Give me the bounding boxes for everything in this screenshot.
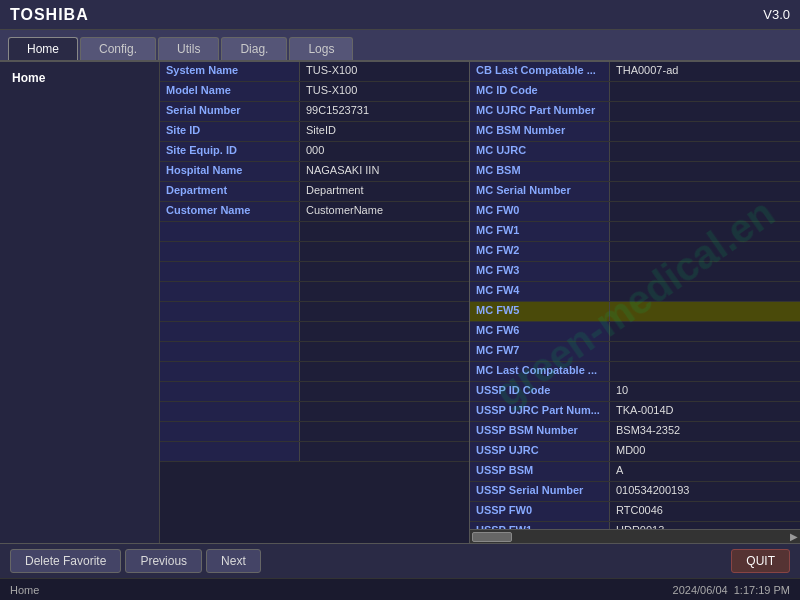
- row-value: [300, 322, 469, 341]
- row-value: [610, 82, 800, 101]
- tab-utils[interactable]: Utils: [158, 37, 219, 60]
- content-area: System Name TUS-X100 Model Name TUS-X100…: [160, 62, 800, 543]
- table-row: USSP ID Code 10: [470, 382, 800, 402]
- row-label: MC FW4: [470, 282, 610, 301]
- tab-diag[interactable]: Diag.: [221, 37, 287, 60]
- row-value: [300, 362, 469, 381]
- table-row: [160, 422, 469, 442]
- row-value: [300, 282, 469, 301]
- table-row: MC FW2: [470, 242, 800, 262]
- row-value: UDR0013: [610, 522, 800, 529]
- row-value: [610, 102, 800, 121]
- table-row: Department Department: [160, 182, 469, 202]
- table-row: [160, 282, 469, 302]
- row-value: SiteID: [300, 122, 469, 141]
- table-row: [160, 442, 469, 462]
- main-content: Home System Name TUS-X100 Model Name TUS…: [0, 62, 800, 543]
- row-label: USSP UJRC Part Num...: [470, 402, 610, 421]
- row-value: [610, 262, 800, 281]
- row-value: TKA-0014D: [610, 402, 800, 421]
- table-row: USSP FW1 UDR0013: [470, 522, 800, 529]
- left-info-table: System Name TUS-X100 Model Name TUS-X100…: [160, 62, 470, 543]
- row-label: Customer Name: [160, 202, 300, 221]
- row-value: [610, 222, 800, 241]
- row-value: [610, 282, 800, 301]
- horizontal-scrollbar[interactable]: ▶: [470, 529, 800, 543]
- row-label: MC FW6: [470, 322, 610, 341]
- row-value: [610, 122, 800, 141]
- table-row: MC FW3: [470, 262, 800, 282]
- row-label: MC UJRC Part Number: [470, 102, 610, 121]
- row-value: [300, 442, 469, 461]
- row-value: RTC0046: [610, 502, 800, 521]
- row-label: [160, 342, 300, 361]
- row-value: NAGASAKI IIN: [300, 162, 469, 181]
- table-row: System Name TUS-X100: [160, 62, 469, 82]
- row-label: Model Name: [160, 82, 300, 101]
- row-label: [160, 222, 300, 241]
- row-value: [300, 302, 469, 321]
- row-value: TUS-X100: [300, 82, 469, 101]
- table-row: MC FW5: [470, 302, 800, 322]
- tab-config[interactable]: Config.: [80, 37, 156, 60]
- quit-button[interactable]: QUIT: [731, 549, 790, 573]
- row-label: USSP BSM: [470, 462, 610, 481]
- row-value: TUS-X100: [300, 62, 469, 81]
- table-row: Customer Name CustomerName: [160, 202, 469, 222]
- row-label: [160, 302, 300, 321]
- sidebar-item-home[interactable]: Home: [4, 68, 155, 88]
- table-row: MC Serial Number: [470, 182, 800, 202]
- table-row: [160, 222, 469, 242]
- row-label: USSP BSM Number: [470, 422, 610, 441]
- next-button[interactable]: Next: [206, 549, 261, 573]
- row-label: MC FW5: [470, 302, 610, 321]
- row-label: [160, 402, 300, 421]
- status-datetime: 2024/06/04 1:17:19 PM: [673, 584, 790, 596]
- h-scroll-thumb[interactable]: [472, 532, 512, 542]
- row-label: MC BSM Number: [470, 122, 610, 141]
- table-row: CB Last Compatable ... THA0007-ad: [470, 62, 800, 82]
- tab-home[interactable]: Home: [8, 37, 78, 60]
- brand-logo: TOSHIBA: [10, 6, 89, 24]
- row-label: USSP Serial Number: [470, 482, 610, 501]
- sidebar: Home: [0, 62, 160, 543]
- table-row: MC BSM Number: [470, 122, 800, 142]
- right-info-table[interactable]: CB Last Compatable ... THA0007-ad MC ID …: [470, 62, 800, 529]
- table-row: MC FW0: [470, 202, 800, 222]
- table-row: Hospital Name NAGASAKI IIN: [160, 162, 469, 182]
- row-value: [300, 402, 469, 421]
- row-value: 99C1523731: [300, 102, 469, 121]
- row-label: USSP FW1: [470, 522, 610, 529]
- row-label: MC BSM: [470, 162, 610, 181]
- previous-button[interactable]: Previous: [125, 549, 202, 573]
- delete-favorite-button[interactable]: Delete Favorite: [10, 549, 121, 573]
- table-row: MC Last Compatable ...: [470, 362, 800, 382]
- row-label: MC Last Compatable ...: [470, 362, 610, 381]
- row-label: MC FW7: [470, 342, 610, 361]
- row-value: MD00: [610, 442, 800, 461]
- row-value: [610, 302, 800, 321]
- table-row: USSP UJRC MD00: [470, 442, 800, 462]
- row-label: [160, 382, 300, 401]
- row-value: [610, 142, 800, 161]
- row-value: [610, 322, 800, 341]
- table-row: [160, 302, 469, 322]
- table-row: [160, 262, 469, 282]
- row-value: BSM34-2352: [610, 422, 800, 441]
- row-value: [300, 422, 469, 441]
- row-value: [610, 182, 800, 201]
- tab-logs[interactable]: Logs: [289, 37, 353, 60]
- row-value: [300, 382, 469, 401]
- row-label: USSP FW0: [470, 502, 610, 521]
- row-value: [300, 242, 469, 261]
- table-row: USSP BSM A: [470, 462, 800, 482]
- table-row: USSP FW0 RTC0046: [470, 502, 800, 522]
- table-row: MC FW1: [470, 222, 800, 242]
- row-label: USSP UJRC: [470, 442, 610, 461]
- row-value: 010534200193: [610, 482, 800, 501]
- row-value: 000: [300, 142, 469, 161]
- table-row: MC UJRC: [470, 142, 800, 162]
- row-label: [160, 242, 300, 261]
- table-row: Serial Number 99C1523731: [160, 102, 469, 122]
- table-row: Model Name TUS-X100: [160, 82, 469, 102]
